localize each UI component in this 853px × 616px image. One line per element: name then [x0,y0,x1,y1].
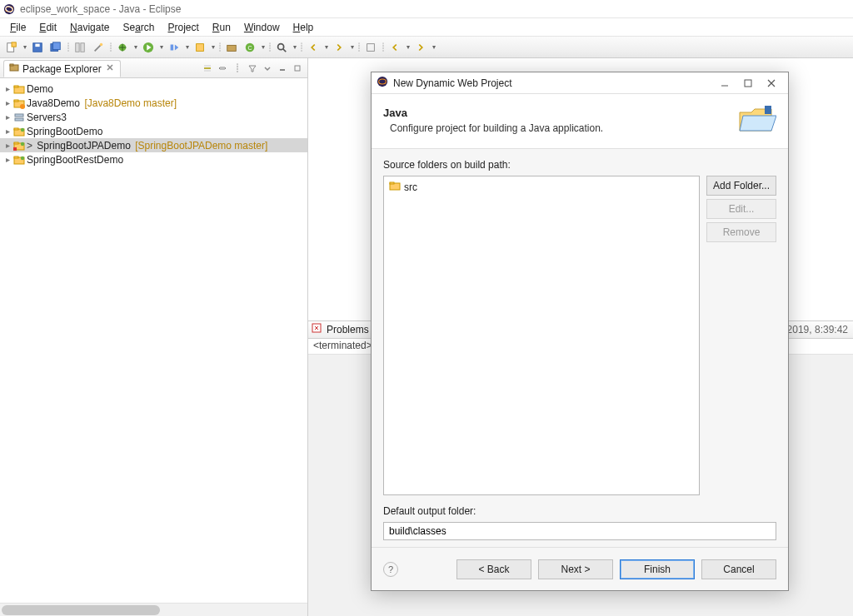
package-explorer-tree[interactable]: ▸ Demo ▸ Java8Demo [Java8Demo master] ▸ … [0,78,307,603]
menu-edit[interactable]: Edit [32,20,63,35]
tb-debug-icon[interactable] [114,39,131,56]
svg-rect-35 [14,142,18,144]
dialog-subheading: Configure project for building a Java ap… [383,122,736,134]
tb-ext-icon[interactable] [192,39,208,56]
finish-button[interactable]: Finish [620,559,695,579]
tb-sep3-icon: ┊ [217,39,222,56]
filter-icon[interactable] [246,62,259,75]
tb-sep6-icon: ┊ [357,39,361,56]
svg-point-40 [21,156,24,159]
tree-item-label: SpringBootDemo [27,126,102,137]
minimize-view-icon[interactable] [276,62,289,75]
tb-fwd-drop-icon[interactable]: ▾ [431,43,436,51]
menu-navigate[interactable]: Navigate [63,20,116,35]
back-button[interactable]: < Back [456,559,531,579]
main-toolbar: ▾ ┊ ┊ ▾ ▾ ▾ ▾ ┊ C ▾ ┊ ▾ ┊ ▾ ▾ ┊ ┊ ▾ ▾ [0,37,853,58]
svg-rect-6 [35,43,39,47]
tb-sep-icon: ┊ [66,39,70,56]
linkwitheditor-icon[interactable] [216,62,229,75]
tb-prev-icon[interactable] [305,39,322,56]
menu-help[interactable]: Help [287,20,321,35]
tb-new-icon[interactable] [3,39,20,56]
svg-rect-23 [295,66,300,71]
tb-runlast-drop-icon[interactable]: ▾ [184,43,190,51]
tb-ext-drop-icon[interactable]: ▾ [210,43,216,51]
tb-search-icon[interactable] [273,39,290,56]
edit-folder-button[interactable]: Edit... [706,199,776,219]
tree-item-label: Java8Demo [27,97,80,109]
dialog-header: Java Configure project for building a Ja… [372,94,788,149]
dialog-minimize-icon[interactable] [713,75,736,92]
spring-project-icon [13,126,25,137]
svg-rect-19 [367,43,375,51]
collapseall-icon[interactable] [201,62,214,75]
src-folders-list[interactable]: src [383,176,700,495]
tab-problems[interactable]: Problems [327,324,369,335]
twisty-icon[interactable]: ▸ [3,112,12,122]
twisty-icon[interactable]: ▸ [3,155,12,164]
tb-fwd-icon[interactable] [412,39,429,56]
tree-row[interactable]: ▸ SpringBootDemo [0,124,307,138]
tb-runlast-icon[interactable] [166,39,182,56]
tb-back-icon[interactable] [387,39,403,56]
tb-openres-icon[interactable] [362,39,379,56]
tab-package-explorer[interactable]: Package Explorer [3,60,121,77]
add-folder-button[interactable]: Add Folder... [706,176,776,196]
tb-back-drop-icon[interactable]: ▾ [405,43,411,51]
list-item[interactable]: src [387,180,696,194]
dialog-heading: Java [383,107,736,119]
menu-window[interactable]: Window [237,20,287,35]
tb-switch-icon[interactable] [72,39,88,56]
servers-icon [13,112,25,123]
tb-prev-drop-icon[interactable]: ▾ [323,43,329,51]
menu-run[interactable]: Run [206,20,237,35]
problems-icon [312,323,322,335]
dialog-close-icon[interactable] [760,75,783,92]
sidebar-hscroll[interactable] [0,603,307,616]
tb-newclass-icon[interactable]: C [242,39,258,56]
app-title: eclipse_work_space - Java - Eclipse [20,3,181,15]
dialog-titlebar[interactable]: New Dynamic Web Project [372,72,788,94]
dialog-title: New Dynamic Web Project [393,77,512,89]
tree-row[interactable]: ▸ > SpringBootJPADemo [SpringBootJPADemo… [0,138,307,152]
focus-icon[interactable]: ┊ [231,62,244,75]
tb-saveall-icon[interactable] [47,39,64,56]
tb-save-icon[interactable] [29,39,46,56]
tb-run-drop-icon[interactable]: ▾ [158,43,164,51]
twisty-icon[interactable]: ▸ [3,84,12,93]
tb-new-drop-icon[interactable]: ▾ [22,43,27,51]
close-tab-icon[interactable] [105,62,115,75]
tb-run-icon[interactable] [140,39,157,56]
viewmenu-icon[interactable] [261,62,274,75]
twisty-icon[interactable]: ▸ [3,98,12,107]
tb-next-drop-icon[interactable]: ▾ [349,43,355,51]
menu-project[interactable]: Project [161,20,205,35]
svg-text:C: C [247,44,252,50]
svg-point-28 [20,104,25,109]
tree-row[interactable]: ▸ Servers3 [0,110,307,124]
maximize-view-icon[interactable] [291,62,304,75]
console-tail: -2019, 8:39:42 [784,324,853,335]
tb-wand-icon[interactable] [90,39,107,56]
tree-row[interactable]: ▸ Java8Demo [Java8Demo master] [0,96,307,110]
cancel-button[interactable]: Cancel [701,559,776,579]
tb-next-icon[interactable] [331,39,347,56]
svg-point-36 [21,142,24,145]
remove-folder-button[interactable]: Remove [706,222,776,242]
menubar: File Edit Navigate Search Project Run Wi… [0,18,853,37]
tb-newpkg-icon[interactable] [223,39,240,56]
menu-file[interactable]: File [3,20,32,35]
twisty-icon[interactable]: ▸ [3,127,12,136]
spring-project-git-icon [13,140,25,152]
tb-newclass-drop-icon[interactable]: ▾ [260,43,266,51]
dialog-maximize-icon[interactable] [736,75,760,92]
output-folder-input[interactable] [383,522,776,540]
menu-search[interactable]: Search [116,20,161,35]
tb-debug-drop-icon[interactable]: ▾ [132,43,138,51]
twisty-icon[interactable]: ▸ [3,141,12,150]
tb-search-drop-icon[interactable]: ▾ [292,43,297,51]
help-icon[interactable]: ? [383,562,398,577]
tree-row[interactable]: ▸ SpringBootRestDemo [0,152,307,166]
next-button[interactable]: Next > [538,559,613,579]
tree-row[interactable]: ▸ Demo [0,82,307,96]
